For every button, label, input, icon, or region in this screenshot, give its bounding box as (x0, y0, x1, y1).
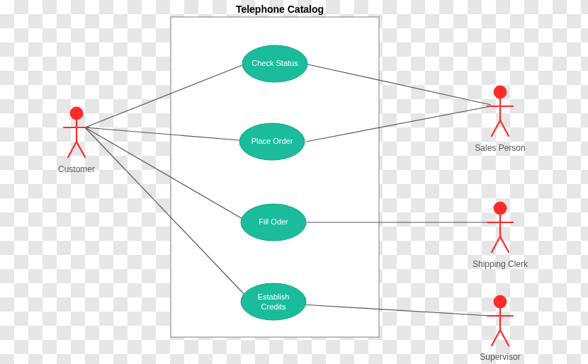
use-case-diagram: Telephone Catalog Check Status Place Ord… (0, 0, 588, 364)
actor-shipping-clerk: Shipping Clerk (473, 202, 528, 269)
actor-sales-person-label: Sales Person (475, 143, 525, 153)
svg-point-19 (494, 202, 507, 215)
svg-line-13 (77, 142, 85, 157)
svg-line-18 (500, 120, 509, 136)
actor-customer: Customer (58, 107, 95, 174)
svg-text:Credits: Credits (261, 302, 286, 311)
actor-supervisor-label: Supervisor (480, 352, 520, 362)
svg-point-24 (494, 295, 507, 308)
usecase-fill-order: Fill Oder (241, 204, 306, 241)
svg-point-14 (494, 86, 507, 98)
usecase-place-order: Place Order (239, 123, 305, 160)
actor-shipping-clerk-label: Shipping Clerk (473, 259, 528, 269)
svg-line-22 (492, 237, 500, 252)
diagram-title: Telephone Catalog (236, 4, 324, 15)
svg-text:Check Status: Check Status (251, 59, 298, 67)
svg-line-28 (500, 330, 509, 346)
svg-text:Establish: Establish (258, 292, 290, 301)
svg-line-27 (492, 330, 500, 346)
actor-supervisor: Supervisor (480, 295, 520, 362)
actor-sales-person: Sales Person (475, 86, 525, 153)
svg-line-12 (68, 142, 77, 157)
svg-text:Place Order: Place Order (251, 137, 293, 145)
svg-text:Fill Oder: Fill Oder (259, 217, 288, 226)
usecase-establish-credits: Establish Credits (241, 283, 306, 320)
actor-customer-label: Customer (58, 164, 95, 174)
svg-point-9 (70, 107, 83, 120)
usecase-check-status: Check Status (242, 45, 307, 82)
svg-line-17 (492, 120, 500, 136)
svg-line-23 (500, 237, 509, 252)
